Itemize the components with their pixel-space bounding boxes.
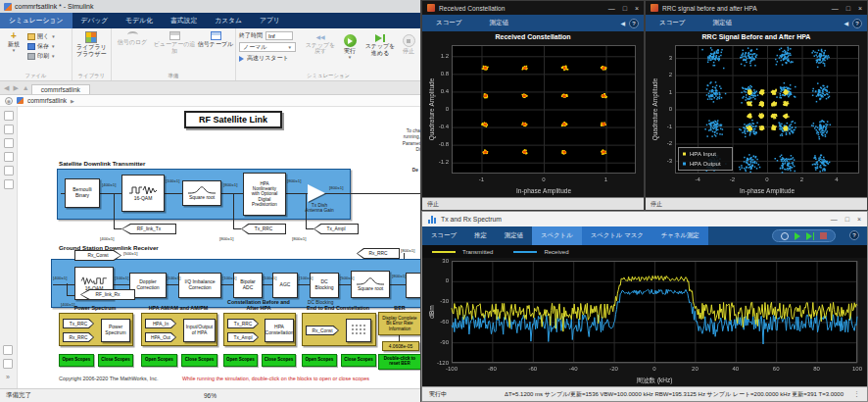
signal-dim-label: [400x1] [53, 276, 67, 280]
block-clipped-at-edge[interactable] [406, 273, 420, 298]
goto-tag-tx-rrc[interactable]: Tx_RRC [241, 224, 286, 234]
block-bernoulli-binary[interactable]: Bernoulli Binary [65, 178, 100, 208]
block-sqrt-raised-cosine-rx[interactable]: Square root [351, 271, 390, 298]
block-scatter-scope[interactable] [346, 319, 371, 342]
spec-tab-scope[interactable]: スコープ [422, 226, 465, 245]
model-data-icon[interactable] [3, 359, 13, 369]
rrc-tab-measurements[interactable]: 測定値 [712, 19, 732, 27]
rrc-tab-scope[interactable]: スコープ [659, 19, 685, 27]
scope-group-hpa-amam[interactable]: HPA_In HPA_Out Input/Output of HPA [141, 313, 217, 346]
tab-debug[interactable]: デバッグ [72, 13, 118, 28]
status-menu-icon[interactable]: ⋮ [853, 390, 860, 398]
scope-group-constellation-hpa[interactable]: Tx_RRC Tx_Ampl HPA Constellation [223, 313, 296, 346]
save-button[interactable]: 保存▼ [27, 42, 56, 51]
stop-icon[interactable] [820, 232, 827, 239]
received-constellation-plot[interactable] [422, 42, 644, 197]
tab-custom[interactable]: カスタム [206, 13, 251, 28]
model-canvas[interactable]: RF Satellite Link To cha running, Parame… [18, 107, 420, 388]
signal-route-icon[interactable] [4, 138, 14, 148]
tab-format[interactable]: 書式設定 [162, 13, 206, 28]
stop-time-input[interactable] [265, 31, 293, 40]
annotation-area-icon[interactable] [4, 179, 14, 189]
annotation-note-icon[interactable] [4, 166, 14, 176]
open-scopes-button-1[interactable]: Open Scopes [59, 354, 94, 367]
zoom-icon[interactable] [4, 111, 14, 121]
tab-simulation[interactable]: シミュレーション [0, 13, 72, 28]
block-dc-blocking[interactable]: DC Blocking [310, 273, 339, 298]
spec-tab-estimation[interactable]: 推定 [465, 226, 496, 245]
reset-ber-button[interactable]: Double-click to reset BER [378, 354, 420, 370]
transmitted-label: Transmitted [462, 249, 493, 255]
block-16qam-modulator[interactable]: 16-QAM [121, 175, 165, 212]
minimize-icon[interactable]: — [832, 5, 839, 12]
open-scopes-button-2[interactable]: Open Scopes [141, 354, 177, 367]
tx-dish-label: Tx Dish Antenna Gain [296, 203, 343, 213]
breadcrumb-arrow-icon: ▶ [71, 98, 74, 104]
from-tag-rx-const[interactable]: Rx_Const [74, 250, 121, 261]
tab-modeling[interactable]: モデル化 [117, 13, 162, 28]
library-browser-button[interactable]: ライブラリ ブラウザー [72, 28, 111, 57]
breadcrumb-model[interactable]: commrfsatlink [27, 97, 67, 104]
close-icon[interactable]: × [857, 216, 861, 223]
fit-to-view-icon[interactable] [4, 125, 14, 134]
help-icon[interactable]: ? [849, 230, 859, 240]
goto-tag-rf-link-tx[interactable]: RF_link_Tx [121, 224, 176, 234]
block-sqrt-raised-cosine-tx[interactable]: Square root [182, 180, 221, 206]
open-scopes-button-3[interactable]: Open Scopes [223, 354, 258, 367]
block-input-output-hpa[interactable]: Input/Output of HPA [183, 319, 216, 342]
scope-group-power-spectrum[interactable]: Tx_RRC Rx_RRC Power Spectrum [59, 313, 133, 346]
close-icon[interactable]: × [635, 5, 639, 12]
rrc-signal-plot[interactable] [646, 42, 867, 197]
block-hpa-nonlinearity[interactable]: HPA Nonlinearity with Optional Digital P… [243, 173, 286, 216]
close-icon[interactable]: × [858, 5, 862, 12]
help-icon[interactable]: ? [852, 19, 862, 28]
maximize-icon[interactable]: □ [846, 5, 850, 12]
block-bipolar-adc[interactable]: Bipolar ADC [233, 273, 263, 298]
print-button[interactable]: 印刷▼ [27, 52, 56, 61]
close-scopes-button-4[interactable]: Close Scopes [341, 354, 376, 367]
close-scopes-button-3[interactable]: Close Scopes [262, 354, 296, 367]
scope-group-end-to-end[interactable]: Rx_Const [302, 313, 376, 346]
step-forward-icon[interactable] [806, 232, 815, 240]
ber-info-block[interactable]: Display Complete Bit Error Rate Informat… [378, 312, 420, 335]
nav-up-icon[interactable]: ▲ [23, 84, 29, 91]
run-icon[interactable] [795, 232, 800, 240]
signal-dim-label: [500x1] [123, 251, 137, 256]
const-tab-measurements[interactable]: 測定値 [489, 19, 508, 27]
overlay-icon[interactable] [781, 232, 789, 240]
help-icon[interactable]: ? [629, 19, 639, 28]
tab-apps[interactable]: アプリ [251, 13, 289, 28]
annotation-image-icon[interactable] [4, 152, 14, 162]
subsystem-badge-icon[interactable]: ◉ [5, 97, 13, 105]
spec-tab-spectrum[interactable]: スペクトル [532, 226, 582, 245]
goto-tag-rf-link-rx[interactable]: RF_link_Rx [80, 289, 135, 300]
spectrum-plot[interactable] [422, 258, 867, 386]
minimize-icon[interactable]: — [608, 5, 615, 12]
spec-tab-spectral-mask[interactable]: スペクトル マスク [582, 226, 652, 245]
close-scopes-button-1[interactable]: Close Scopes [98, 354, 133, 367]
sample-time-icon[interactable] [3, 345, 13, 355]
block-hpa-constellation[interactable]: HPA Constellation [265, 319, 294, 342]
open-scopes-button-4[interactable]: Open Scopes [302, 354, 337, 367]
nav-back-icon[interactable]: ◀ [4, 84, 9, 92]
spec-tab-channel-measurements[interactable]: チャネル測定 [652, 226, 708, 245]
fast-restart-toggle[interactable]: 高速リスタート [239, 54, 305, 63]
nav-forward-icon[interactable]: ▶ [13, 84, 18, 92]
spec-tab-measurements[interactable]: 測定値 [496, 226, 532, 245]
from-tag-rx-rrc[interactable]: Rx_RRC [357, 248, 400, 259]
collapse-toolstrip-icon[interactable]: ◀ [844, 20, 848, 26]
minimize-icon[interactable]: — [831, 216, 838, 223]
maximize-icon[interactable]: □ [623, 5, 627, 12]
expand-palette-icon[interactable]: » [3, 373, 13, 382]
close-scopes-button-2[interactable]: Close Scopes [181, 354, 217, 367]
maximize-icon[interactable]: □ [845, 216, 849, 223]
const-tab-scope[interactable]: スコープ [436, 19, 461, 27]
model-doc-tab[interactable]: commrfsatlink [31, 84, 90, 94]
open-button[interactable]: 開く▼ [27, 32, 56, 41]
block-power-spectrum[interactable]: Power Spectrum [101, 319, 130, 342]
block-tx-dish-antenna-gain[interactable] [308, 184, 325, 202]
sim-mode-select[interactable]: ノーマル▼ [239, 42, 296, 52]
goto-tag-tx-ampl[interactable]: Tx_Ampl [313, 224, 359, 234]
collapse-toolstrip-icon[interactable]: ◀ [620, 20, 625, 26]
block-iq-imbalance-correction[interactable]: I/Q Imbalance Correction [178, 273, 221, 298]
